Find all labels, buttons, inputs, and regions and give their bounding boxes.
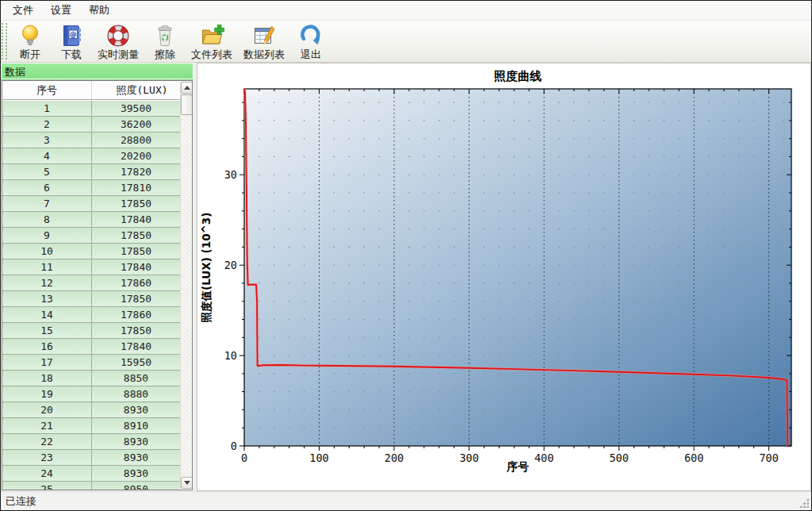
x-axis-label: 序号	[506, 460, 529, 473]
y-axis-label: 照度值(LUX) (10^3)	[200, 213, 213, 323]
x-tick-label: 700	[759, 451, 778, 464]
serial-cell: 18	[2, 371, 92, 386]
lux-cell: 17850	[92, 291, 180, 306]
serial-cell: 10	[2, 244, 92, 259]
table-row[interactable]: 328800	[2, 133, 180, 148]
lux-cell: 36200	[92, 117, 180, 132]
x-tick-label: 600	[684, 451, 703, 464]
x-tick-label: 0	[241, 451, 247, 464]
address-book-icon: @	[59, 23, 84, 48]
table-row[interactable]: 1715950	[2, 355, 180, 371]
down-arrow-icon	[184, 481, 190, 485]
toolbar-gripper[interactable]	[2, 23, 7, 60]
y-tick-label: 20	[224, 259, 237, 271]
lux-cell: 20200	[92, 148, 180, 163]
data-panel-title: 数据	[5, 66, 25, 78]
lux-cell: 8930	[92, 434, 180, 449]
resize-grip[interactable]	[799, 498, 809, 508]
table-row[interactable]: 1617840	[2, 339, 180, 355]
table-row[interactable]: 139500	[2, 101, 180, 117]
table-row[interactable]: 617810	[2, 180, 180, 196]
toolbar-button-label: 文件列表	[191, 48, 232, 62]
lux-cell: 17860	[92, 307, 180, 322]
status-bar: 已连接	[1, 491, 811, 510]
lux-cell: 17840	[92, 212, 180, 227]
table-row[interactable]: 218910	[2, 418, 180, 434]
lifebuoy-icon	[105, 23, 131, 48]
y-tick-label: 10	[224, 349, 237, 362]
table-row[interactable]: 228930	[2, 434, 180, 450]
table-row[interactable]: 236200	[2, 117, 180, 133]
lux-cell: 17850	[92, 244, 180, 259]
scroll-down-button[interactable]	[181, 477, 193, 489]
scrollbar-thumb[interactable]	[181, 94, 193, 115]
x-tick-label: 400	[534, 451, 553, 464]
table-row[interactable]: 1217860	[2, 275, 180, 291]
serial-cell: 6	[2, 180, 92, 195]
bulb-icon	[17, 23, 43, 48]
menu-bar: 文件设置帮助	[1, 1, 811, 21]
realtime-measure-button[interactable]: 实时测量	[92, 21, 144, 61]
table-row[interactable]: 188850	[2, 371, 180, 386]
menu-settings[interactable]: 设置	[42, 1, 80, 20]
lux-cell: 8930	[92, 402, 180, 417]
serial-cell: 1	[2, 101, 92, 116]
table-row[interactable]: 420200	[2, 148, 180, 164]
exit-button[interactable]: 退出	[290, 21, 331, 61]
table-row[interactable]: 238930	[2, 450, 180, 466]
serial-cell: 14	[2, 307, 92, 322]
lux-cell: 8930	[92, 466, 180, 481]
table-row[interactable]: 1117840	[2, 259, 180, 275]
serial-cell: 15	[2, 323, 92, 338]
table-scrollbar[interactable]	[180, 82, 192, 489]
svg-text:@: @	[70, 30, 77, 38]
table-row[interactable]: 248930	[2, 466, 180, 482]
serial-cell: 22	[2, 434, 92, 449]
toolbar-button-label: 断开	[20, 48, 40, 62]
table-row[interactable]: 208930	[2, 402, 180, 418]
table-row[interactable]: 1517850	[2, 323, 180, 339]
menu-file[interactable]: 文件	[4, 1, 42, 20]
main-area: 数据 序号照度(LUX) 139500236200328800420200517…	[1, 63, 811, 491]
lux-cell: 8910	[92, 418, 180, 433]
table-row[interactable]: 517820	[2, 164, 180, 180]
lux-cell: 8930	[92, 450, 180, 465]
table-row[interactable]: 198880	[2, 386, 180, 402]
up-arrow-icon	[184, 86, 190, 90]
table-row[interactable]: 1417860	[2, 307, 180, 323]
serial-cell: 9	[2, 228, 92, 243]
chart-panel: 01002003004005006007000102030照度曲线序号照度值(L…	[197, 63, 811, 491]
x-tick-label: 200	[385, 451, 404, 464]
serial-cell: 3	[2, 133, 92, 148]
y-tick-label: 0	[231, 440, 237, 452]
table-row[interactable]: 917850	[2, 228, 180, 244]
disconnect-button[interactable]: 断开	[10, 21, 51, 61]
serial-cell: 20	[2, 402, 92, 417]
table-row[interactable]: 817840	[2, 212, 180, 228]
data-list-button[interactable]: 数据列表	[238, 21, 290, 61]
serial-cell: 8	[2, 212, 92, 227]
serial-cell: 24	[2, 466, 92, 481]
toolbar-button-label: 数据列表	[243, 48, 285, 62]
serial-cell: 5	[2, 164, 92, 179]
curved-arrow-icon	[298, 23, 324, 48]
data-panel: 数据 序号照度(LUX) 139500236200328800420200517…	[1, 63, 193, 491]
serial-cell: 19	[2, 386, 92, 402]
chart-title: 照度曲线	[494, 69, 542, 83]
serial-cell: 17	[2, 355, 92, 370]
menu-help[interactable]: 帮助	[80, 1, 118, 20]
table-row[interactable]: 717850	[2, 196, 180, 212]
table-row[interactable]: 1317850	[2, 291, 180, 307]
download-button[interactable]: @下载	[51, 21, 92, 61]
x-tick-label: 100	[309, 451, 328, 464]
table-row[interactable]: 1017850	[2, 244, 180, 259]
lux-cell: 15950	[92, 355, 180, 370]
scroll-up-button[interactable]	[181, 82, 193, 94]
erase-button[interactable]: 擦除	[144, 21, 186, 61]
file-list-button[interactable]: 文件列表	[186, 21, 238, 61]
serial-cell: 11	[2, 259, 92, 275]
serial-cell: 21	[2, 418, 92, 433]
table-row[interactable]: 258950	[2, 482, 180, 490]
lux-cell: 39500	[92, 101, 180, 116]
toolbar-button-label: 实时测量	[98, 48, 139, 62]
